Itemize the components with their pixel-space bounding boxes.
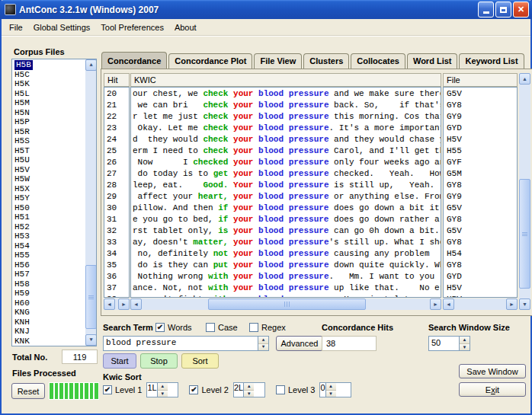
save-window-button[interactable]: Save Window xyxy=(459,364,526,378)
corpus-file-item[interactable]: H57 xyxy=(14,270,85,279)
tab-file-view[interactable]: File View xyxy=(254,53,302,69)
stop-button[interactable]: Stop xyxy=(140,353,178,369)
corpus-file-item[interactable]: H5V xyxy=(14,165,85,175)
corpus-file-item[interactable]: H5X xyxy=(14,184,85,194)
checkbox-icon[interactable]: ✔ xyxy=(206,323,215,332)
kwic-line[interactable]: Now I checked your blood pressure only f… xyxy=(133,157,441,168)
kwic-line[interactable]: Nothing wrong with your blood pressure. … xyxy=(133,271,441,283)
level1-value[interactable]: 1L xyxy=(147,383,156,397)
kwic-scrollbar-thumb[interactable] xyxy=(208,298,366,310)
minimize-button[interactable] xyxy=(478,2,494,18)
spin-up-icon[interactable]: ▲ xyxy=(326,383,336,390)
kwic-hscrollbar[interactable]: ◄ ► xyxy=(130,298,441,310)
corpus-file-item[interactable]: H51 xyxy=(14,212,85,222)
checkbox-icon[interactable]: ✔ xyxy=(249,323,258,332)
hit-hscrollbar[interactable]: ◄ ► xyxy=(104,298,130,310)
window-size-spinner[interactable]: ▲▼ xyxy=(459,337,470,350)
corpus-file-item[interactable]: H55 xyxy=(14,251,85,260)
kwic-line[interactable]: we can bri check your blood pressure bac… xyxy=(133,100,441,111)
start-button[interactable]: Start xyxy=(103,353,136,369)
corpus-file-item[interactable]: H5Y xyxy=(14,193,85,203)
corpus-file-item[interactable]: KNK xyxy=(14,337,85,346)
spin-down-icon[interactable]: ▼ xyxy=(158,390,168,397)
corpus-scrollbar-thumb[interactable] xyxy=(85,265,97,329)
level2-checkbox[interactable]: ✔Level 2 xyxy=(189,385,228,394)
level3-checkbox[interactable]: ✔Level 3 xyxy=(276,385,315,394)
search-term-spinner[interactable]: ▲▼ xyxy=(258,337,268,350)
reset-button[interactable]: Reset xyxy=(11,383,45,399)
kwic-list[interactable]: our chest, we check your blood pressure … xyxy=(130,87,441,298)
kwic-line[interactable]: ey won't fight with your blood pressure.… xyxy=(133,294,441,298)
sort-button[interactable]: Sort xyxy=(181,353,219,369)
checkbox-icon[interactable]: ✔ xyxy=(189,385,198,394)
spin-down-icon[interactable]: ▼ xyxy=(460,343,470,351)
scroll-down-icon[interactable]: ▼ xyxy=(85,334,97,346)
kwic-line[interactable]: pillow. And then if your blood pressure … xyxy=(133,203,441,214)
kwic-line[interactable]: erm I need to check your blood pressure … xyxy=(133,145,441,157)
kwic-line[interactable]: do is they can put your blood pressure d… xyxy=(133,260,441,271)
checkbox-icon[interactable]: ✔ xyxy=(276,385,285,394)
kwic-line[interactable]: ay, doesn't matter, your blood pressure'… xyxy=(133,237,441,248)
spin-up-icon[interactable]: ▲ xyxy=(158,383,168,390)
kwic-line[interactable]: leep, eat. Good. Your blood pressure is … xyxy=(133,180,441,191)
menu-item-global-settings[interactable]: Global Settings xyxy=(34,23,91,32)
file-list[interactable]: G5VGY8GY9GYDH5VH55GYFG5MGY8GY9G5VGY8G5VG… xyxy=(443,87,518,298)
kwic-line[interactable]: affect your heart, your blood pressure o… xyxy=(133,191,441,203)
file-hscrollbar[interactable]: ◄ ► xyxy=(443,298,518,310)
corpus-file-item[interactable]: KNH xyxy=(14,318,85,327)
spin-up-icon[interactable]: ▲ xyxy=(258,337,268,343)
regex-checkbox[interactable]: ✔ Regex xyxy=(249,323,286,332)
corpus-file-item[interactable]: H56 xyxy=(14,260,85,270)
menu-item-tool-preferences[interactable]: Tool Preferences xyxy=(101,23,164,32)
scroll-right-icon[interactable]: ► xyxy=(118,298,130,310)
spin-down-icon[interactable]: ▼ xyxy=(258,343,268,351)
concordance-scrollbar-thumb[interactable] xyxy=(519,179,530,289)
level1-spinbox[interactable]: 1L▲▼ xyxy=(146,382,178,397)
spin-up-icon[interactable]: ▲ xyxy=(244,383,254,390)
kwic-line[interactable]: Okay. Let me check your blood pressure. … xyxy=(133,123,441,134)
scroll-right-icon[interactable]: ► xyxy=(506,298,518,310)
corpus-file-item[interactable]: H53 xyxy=(14,231,85,241)
corpus-file-item[interactable]: H5N xyxy=(14,108,85,118)
scroll-up-icon[interactable]: ▲ xyxy=(85,59,97,71)
corpus-list-scrollbar[interactable]: ▲ ▼ xyxy=(85,59,97,346)
kwic-line[interactable]: do today is to get your blood pressure c… xyxy=(133,168,441,180)
kwic-line[interactable]: rst tablet only, is your blood pressure … xyxy=(133,225,441,237)
tab-word-list[interactable]: Word List xyxy=(407,53,458,69)
tab-clusters[interactable]: Clusters xyxy=(303,53,349,69)
corpus-file-item[interactable]: H52 xyxy=(14,222,85,232)
search-window-size-value[interactable]: 50 xyxy=(429,337,459,350)
tab-concordance-plot[interactable]: Concordance Plot xyxy=(168,53,252,69)
level2-spinbox[interactable]: 2L▲▼ xyxy=(233,382,265,397)
corpus-file-item[interactable]: H5M xyxy=(14,98,85,108)
level1-spinner[interactable]: ▲▼ xyxy=(157,383,168,397)
menu-item-about[interactable]: About xyxy=(175,23,197,32)
corpus-file-item[interactable]: H5S xyxy=(14,136,85,146)
level2-value[interactable]: 2L xyxy=(234,383,243,397)
corpus-file-item[interactable]: H5U xyxy=(14,155,85,165)
search-term-value[interactable]: blood pressure xyxy=(104,337,258,350)
search-window-size-input[interactable]: 50 ▲▼ xyxy=(428,336,470,351)
scroll-left-icon[interactable]: ◄ xyxy=(104,298,115,310)
scroll-right-icon[interactable]: ► xyxy=(430,298,441,310)
corpus-file-item[interactable]: H54 xyxy=(14,241,85,251)
case-checkbox[interactable]: ✔ Case xyxy=(206,323,238,332)
scroll-left-icon[interactable]: ◄ xyxy=(130,298,142,310)
corpus-file-item[interactable]: H59 xyxy=(14,289,85,298)
kwic-line[interactable]: no, definitely not your blood pressure c… xyxy=(133,248,441,260)
level1-checkbox[interactable]: ✔Level 1 xyxy=(103,385,142,394)
corpus-file-item[interactable]: H60 xyxy=(14,298,85,308)
hit-list[interactable]: 20212223242526272829303132333435363738 xyxy=(104,87,130,298)
advanced-button[interactable]: Advanced xyxy=(276,336,323,351)
corpus-file-item[interactable]: H58 xyxy=(14,279,85,289)
kwic-line[interactable]: ance. Not, not with your blood pressure … xyxy=(133,283,441,294)
menu-item-file[interactable]: File xyxy=(9,23,23,32)
corpus-file-item[interactable]: H5T xyxy=(14,146,85,156)
corpus-file-item[interactable]: H50 xyxy=(14,203,85,213)
level3-spinbox[interactable]: 0▲▼ xyxy=(319,382,351,397)
words-checkbox[interactable]: ✔ Words xyxy=(155,323,192,332)
corpus-file-item[interactable]: KNJ xyxy=(14,327,85,337)
maximize-button[interactable] xyxy=(495,2,511,18)
kwic-line[interactable]: r let me just check your blood pressure … xyxy=(133,111,441,123)
scroll-up-icon[interactable]: ▲ xyxy=(519,73,530,85)
